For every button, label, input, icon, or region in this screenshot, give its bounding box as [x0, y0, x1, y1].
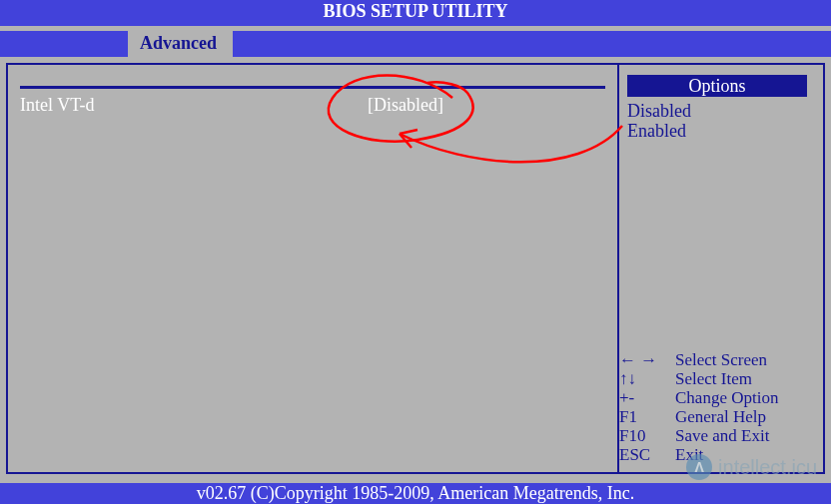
option-enabled[interactable]: Enabled: [627, 121, 819, 141]
footer-bar: v02.67 (C)Copyright 1985-2009, American …: [0, 483, 831, 504]
help-select-screen: ← → Select Screen: [619, 350, 815, 369]
options-list: Disabled Enabled: [627, 101, 819, 141]
title-text: BIOS SETUP UTILITY: [323, 1, 507, 21]
footer-text: v02.67 (C)Copyright 1985-2009, American …: [197, 483, 634, 503]
settings-pane: Intel VT-d [Disabled]: [8, 65, 619, 472]
options-header: Options: [627, 75, 807, 97]
tab-advanced[interactable]: Advanced: [128, 31, 233, 57]
tab-spacer: [0, 31, 128, 57]
help-key: F1: [619, 407, 675, 426]
options-pane: Options Disabled Enabled ← → Select Scre…: [619, 65, 823, 472]
help-save-exit: F10 Save and Exit: [619, 426, 815, 445]
tab-bar: Advanced: [0, 31, 831, 57]
help-key: F10: [619, 426, 675, 445]
help-desc: Select Screen: [675, 350, 767, 369]
title-bar: BIOS SETUP UTILITY: [0, 0, 831, 26]
help-desc: Select Item: [675, 369, 752, 388]
help-key: ↑↓: [619, 369, 675, 388]
help-keys: ← → Select Screen ↑↓ Select Item +- Chan…: [619, 350, 815, 464]
main-frame: Intel VT-d [Disabled] Options Disabled E…: [6, 63, 825, 474]
setting-label: Intel VT-d: [20, 95, 368, 116]
setting-intel-vtd[interactable]: Intel VT-d [Disabled]: [20, 95, 605, 116]
watermark-icon: Λ: [686, 454, 712, 480]
help-key: ← →: [619, 350, 675, 369]
watermark: Λ intellect.icu: [686, 454, 817, 480]
help-change-option: +- Change Option: [619, 388, 815, 407]
help-key: +-: [619, 388, 675, 407]
pane-underline: [20, 73, 605, 89]
help-key: ESC: [619, 445, 675, 464]
help-general-help: F1 General Help: [619, 407, 815, 426]
help-select-item: ↑↓ Select Item: [619, 369, 815, 388]
option-disabled[interactable]: Disabled: [627, 101, 819, 121]
help-desc: Change Option: [675, 388, 778, 407]
setting-value: [Disabled]: [368, 95, 443, 116]
help-desc: Save and Exit: [675, 426, 769, 445]
watermark-text: intellect.icu: [718, 456, 817, 479]
help-desc: General Help: [675, 407, 766, 426]
